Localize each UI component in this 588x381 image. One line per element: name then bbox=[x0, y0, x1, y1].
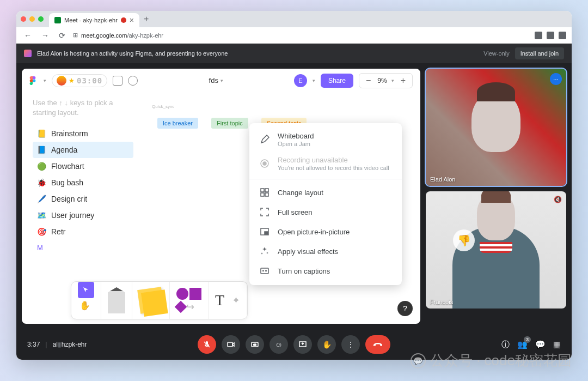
hand-tool-button[interactable]: ✋ bbox=[79, 300, 93, 313]
extension-icon[interactable] bbox=[535, 32, 542, 39]
template-user-journey[interactable]: 🗺️User journey bbox=[33, 207, 133, 223]
topic-tag[interactable]: First topic bbox=[211, 118, 248, 129]
reactions-button[interactable]: ☺ bbox=[270, 335, 288, 354]
participant-tile[interactable]: 👎 🔇 Francois bbox=[426, 191, 566, 309]
window-maximize-icon[interactable] bbox=[38, 16, 44, 22]
present-button[interactable] bbox=[293, 335, 312, 354]
cursor-tool-button[interactable] bbox=[78, 282, 94, 298]
chevron-down-icon[interactable]: ▾ bbox=[313, 78, 315, 83]
microphone-button[interactable] bbox=[198, 335, 216, 354]
captions-icon bbox=[259, 265, 270, 276]
sticky-note-tool-button[interactable] bbox=[137, 287, 164, 314]
chevron-down-icon: ▾ bbox=[220, 78, 223, 83]
svg-rect-4 bbox=[265, 189, 268, 192]
tab-close-button[interactable]: × bbox=[130, 16, 134, 25]
svg-point-0 bbox=[33, 79, 35, 82]
extension-icon[interactable] bbox=[559, 32, 566, 39]
activity-banner: Elad Alon is hosting an activity using F… bbox=[16, 44, 572, 63]
site-settings-icon[interactable]: ⊞ bbox=[73, 32, 78, 39]
menu-captions[interactable]: Turn on captions bbox=[249, 261, 402, 281]
more-templates-link[interactable]: M bbox=[33, 240, 133, 256]
people-button[interactable]: 👥3 bbox=[517, 340, 528, 349]
timer-value: 03:00 bbox=[77, 76, 102, 85]
window-minimize-icon[interactable] bbox=[29, 16, 35, 22]
document-name[interactable]: fds ▾ bbox=[209, 76, 223, 84]
participant-name: Elad Alon bbox=[430, 176, 455, 183]
flowchart-icon: 🟢 bbox=[37, 162, 46, 171]
zoom-in-button[interactable]: + bbox=[399, 76, 408, 86]
raise-hand-button[interactable]: ✋ bbox=[317, 335, 336, 354]
view-only-label: View-only bbox=[483, 50, 510, 57]
chevron-down-icon[interactable]: ▾ bbox=[44, 78, 46, 83]
menu-change-layout[interactable]: Change layout bbox=[249, 183, 402, 202]
svg-rect-6 bbox=[265, 193, 268, 196]
template-flowchart[interactable]: 🟢Flowchart bbox=[33, 158, 133, 174]
template-design-crit[interactable]: 🖊️Design crit bbox=[33, 191, 133, 207]
template-agenda[interactable]: 📘Agenda bbox=[33, 142, 133, 158]
zoom-out-button[interactable]: − bbox=[364, 76, 373, 86]
help-button[interactable]: ? bbox=[397, 301, 413, 316]
extension-icon[interactable] bbox=[547, 32, 554, 39]
frame-tool-icon[interactable] bbox=[113, 76, 122, 86]
new-tab-button[interactable]: + bbox=[144, 14, 149, 24]
svg-rect-11 bbox=[228, 342, 232, 347]
timer-widget[interactable]: ★ 03:00 bbox=[52, 74, 107, 87]
menu-recording: Recording unavailableYou're not allowed … bbox=[249, 152, 402, 176]
hint-text: Use the ↑ ↓ keys to pick a starting layo… bbox=[33, 98, 133, 118]
activities-button[interactable]: ▦ bbox=[553, 340, 561, 349]
pen-icon: 🖊️ bbox=[37, 195, 46, 203]
arrow-icon: ↪ bbox=[186, 301, 194, 313]
menu-pip[interactable]: Open picture-in-picture bbox=[249, 222, 402, 241]
nav-back-button[interactable]: ← bbox=[22, 30, 34, 41]
leave-call-button[interactable] bbox=[365, 335, 390, 354]
shapes-tool-button[interactable]: ↪ bbox=[176, 288, 201, 313]
tile-menu-button[interactable]: ⋯ bbox=[550, 73, 562, 85]
share-button[interactable]: Share bbox=[321, 74, 353, 88]
svg-point-2 bbox=[263, 162, 266, 165]
address-bar[interactable]: ⊞ meet.google.com/aky-hzpk-ehr bbox=[73, 32, 529, 39]
pencil-tool-button[interactable] bbox=[108, 287, 125, 313]
figma-logo-icon[interactable] bbox=[29, 76, 38, 85]
muted-icon: 🔇 bbox=[554, 196, 562, 203]
sparkle-icon bbox=[259, 246, 270, 257]
presentation-area: ▾ ★ 03:00 fds ▾ E ▾ Share bbox=[22, 69, 420, 324]
install-and-join-button[interactable]: Install and join bbox=[515, 47, 564, 59]
chevron-down-icon[interactable]: ▾ bbox=[391, 78, 394, 83]
comment-tool-icon[interactable] bbox=[128, 76, 138, 86]
meeting-info-button[interactable]: ⓘ bbox=[501, 340, 510, 350]
text-tool-button[interactable]: T bbox=[215, 292, 224, 309]
user-avatar[interactable]: E bbox=[294, 74, 307, 87]
canvas-label: Quick_sync bbox=[152, 104, 174, 109]
menu-visual-effects[interactable]: Apply visual effects bbox=[249, 241, 402, 261]
chat-button[interactable]: 💬 bbox=[535, 340, 546, 349]
window-close-icon[interactable] bbox=[21, 16, 26, 22]
browser-toolbar: ← → ⟳ ⊞ meet.google.com/aky-hzpk-ehr bbox=[16, 27, 572, 44]
participant-tile[interactable]: ⋯ Elad Alon bbox=[426, 69, 566, 186]
video-feed bbox=[426, 191, 566, 309]
template-brainstorm[interactable]: 📒Brainstorm bbox=[33, 125, 133, 142]
fullscreen-icon bbox=[259, 207, 270, 217]
star-icon: ★ bbox=[69, 77, 75, 84]
template-retro[interactable]: 🎯Retr bbox=[33, 223, 133, 240]
browser-tab[interactable]: Meet - aky-hzpk-ehr × bbox=[49, 13, 139, 27]
diamond-icon bbox=[175, 301, 187, 313]
nav-forward-button[interactable]: → bbox=[39, 30, 51, 41]
template-bug-bash[interactable]: 🐞Bug bash bbox=[33, 174, 133, 191]
nav-reload-button[interactable]: ⟳ bbox=[57, 30, 68, 41]
topic-tag[interactable]: Ice breaker bbox=[157, 118, 198, 129]
menu-whiteboard[interactable]: WhiteboardOpen a Jam bbox=[249, 128, 402, 152]
zoom-value[interactable]: 9% bbox=[377, 77, 387, 84]
svg-text:cc: cc bbox=[254, 343, 257, 346]
sparkle-tool-button[interactable]: ✦ bbox=[232, 294, 240, 306]
pencil-icon bbox=[259, 134, 270, 145]
more-options-button[interactable]: ⋮ bbox=[341, 335, 360, 354]
layout-icon bbox=[259, 187, 270, 198]
reaction-thumbs-down-icon: 👎 bbox=[453, 229, 475, 251]
recording-indicator-icon bbox=[121, 17, 126, 23]
bug-icon: 🐞 bbox=[37, 178, 46, 187]
camera-button[interactable] bbox=[222, 335, 240, 354]
browser-tab-strip: Meet - aky-hzpk-ehr × + bbox=[16, 11, 572, 27]
svg-rect-3 bbox=[261, 189, 264, 192]
captions-button[interactable]: cc bbox=[246, 335, 264, 354]
menu-full-screen[interactable]: Full screen bbox=[249, 202, 402, 222]
